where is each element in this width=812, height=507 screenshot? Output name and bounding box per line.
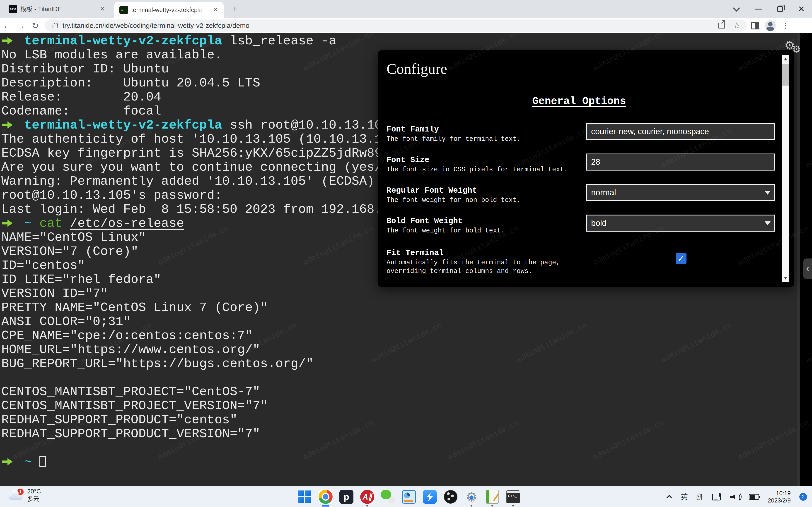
terminal-line: No LSB modules are available. [1,48,397,62]
terminal-line: BUG_REPORT_URL="https://bugs.centos.org/… [1,357,397,371]
terminal-text: VERSION="7 (Core)" [1,244,139,259]
url-text[interactable]: try.titanide.cn/ide/web/coding/terminal-… [62,22,249,30]
tray-chevron-up-icon[interactable] [666,495,672,501]
terminal-text: The authenticity of host '10.10.13.105 (… [1,132,390,147]
ime-language-pinyin[interactable]: 拼 [697,492,704,502]
terminal-text: Codename: focal [1,104,161,118]
terminal-text: lsb_release -a [222,34,337,48]
volume-icon[interactable] [730,493,740,501]
bookmark-star-icon[interactable]: ☆ [733,21,741,30]
minimize-button[interactable] [748,0,769,18]
field-input[interactable]: courier-new, courier, monospace [586,123,775,140]
address-bar[interactable]: try.titanide.cn/ide/web/coding/terminal-… [45,19,747,32]
taskbar-apps: pA∥⚙ [297,487,521,507]
tab-titanide[interactable]: <t> 模板 - TitanIDE ✕ [4,0,111,18]
weather-widget[interactable]: 1 20°C 多云 [8,488,41,503]
running-indicator [512,505,514,507]
profile-avatar[interactable] [765,20,776,31]
taskbar-app-app-a-red[interactable]: A∥ [360,489,375,504]
field-label: Fit Terminal [387,248,444,258]
taskbar-app-notepad[interactable] [485,489,500,504]
tab-close-icon[interactable]: ✕ [211,6,219,14]
drawer-handle[interactable]: ‹ [803,259,812,279]
taskbar-app-chrome[interactable] [318,489,333,504]
terminal-line: REDHAT_SUPPORT_PRODUCT_VERSION="7" [1,427,397,441]
taskbar-app-obs-studio[interactable] [443,489,458,504]
terminal-output[interactable]: ➜ terminal-wetty-v2-zekfcpla lsb_release… [1,34,397,469]
ime-language-en[interactable]: 英 [681,492,688,502]
network-icon[interactable] [712,493,722,501]
clock[interactable]: 10:19 2023/2/9 [768,490,791,504]
scrollbar-thumb[interactable] [782,64,789,86]
dingtalk-icon [423,490,437,504]
prompt-arrow-icon: ➜ [1,216,24,231]
share-icon[interactable] [718,23,725,29]
start-button-icon [298,491,311,503]
terminal-line: root@10.10.13.105's password: [1,188,397,202]
restore-button[interactable] [769,0,791,18]
weather-temp: 20°C [27,488,41,495]
terminal-scroll-strip[interactable] [797,33,800,486]
titanide-favicon-icon: <t> [9,5,17,13]
battery-icon[interactable] [749,494,759,500]
restore-icon [777,6,783,12]
field-control: 28 [586,154,775,170]
forward-button[interactable]: → [14,20,28,30]
notepad-icon [486,490,499,504]
taskbar-app-wechat[interactable] [380,489,396,504]
field-input[interactable]: 28 [586,154,775,170]
terminal-line [1,441,397,455]
new-tab-button[interactable]: + [230,4,240,14]
browser-tabstrip: <t> 模板 - TitanIDE ✕ ▸_ terminal-wetty-v2… [0,0,812,18]
tab-separator [112,5,112,13]
taskbar: 1 20°C 多云 pA∥⚙ 英 拼 10:19 2023/2/9 2 [0,486,812,507]
browser-menu-icon[interactable]: ⋮ [782,21,789,30]
notification-badge[interactable]: 2 [799,493,807,501]
field-description: The font family for terminal text. [387,135,521,144]
tab-wetty[interactable]: ▸_ terminal-wetty-v2-zekfcpla - T ✕ [114,2,223,18]
taskbar-app-terminal-app[interactable] [506,489,521,504]
back-button[interactable]: ← [0,20,14,30]
lock-icon[interactable] [53,25,58,28]
tab-search-button[interactable] [727,0,748,18]
app-a-red-icon: A∥ [360,490,374,504]
prompt-arrow-icon: ➜ [1,118,24,132]
terminal-line: Last login: Wed Feb 8 15:58:50 2023 from… [1,202,397,216]
taskbar-app-start-button[interactable] [297,489,312,504]
field-select[interactable]: bold [586,215,775,232]
weather-condition: 多云 [27,495,41,503]
chevron-down-icon [733,5,740,11]
terminal-text: ANSI_COLOR="0;31" [1,315,131,329]
terminal-line: ID_LIKE="rhel fedora" [1,273,397,287]
taskbar-app-app-p[interactable]: p [339,489,354,504]
running-indicator [322,505,329,507]
terminal-text: Last login: Wed Feb 8 15:58:50 2023 from… [1,202,390,217]
scroll-down-arrow-icon[interactable]: ▼ [782,274,789,282]
select-caret-icon [765,191,770,194]
panel-scrollbar[interactable]: ▲ ▼ [782,55,789,282]
system-tray: 英 拼 10:19 2023/2/9 2 [668,487,807,507]
terminal-line: NAME="CentOS Linux" [1,230,397,244]
scroll-up-arrow-icon[interactable]: ▲ [782,55,789,63]
monitor-app-icon [402,490,416,504]
terminal-app-icon [506,490,520,503]
general-options-heading: General Options [387,96,772,107]
terminal-text: PRETTY_NAME="CentOS Linux 7 (Core)" [1,300,268,315]
field-description: The font weight for bold text. [387,227,505,235]
taskbar-app-monitor-app[interactable] [401,489,416,504]
field-label: Regular Font Weight [387,186,477,195]
reload-button[interactable]: ↻ [28,20,42,31]
prompt-arrow-icon: ➜ [1,34,24,48]
taskbar-app-settings-gear[interactable]: ⚙ [464,489,479,504]
fit-terminal-checkbox[interactable]: ✓ [676,253,687,264]
running-indicator [492,505,493,507]
taskbar-app-dingtalk[interactable] [422,489,437,504]
terminal-text: Warning: Permanently added '10.10.13.105… [1,174,397,188]
field-select[interactable]: normal [586,184,775,201]
field-control: bold [586,215,775,232]
side-panel-icon[interactable] [751,22,759,30]
clock-date: 2023/2/9 [768,497,791,504]
terminal-text: BUG_REPORT_URL="https://bugs.centos.org/… [1,356,314,371]
tab-close-icon[interactable]: ✕ [98,5,106,13]
close-window-button[interactable]: ✕ [791,0,812,18]
